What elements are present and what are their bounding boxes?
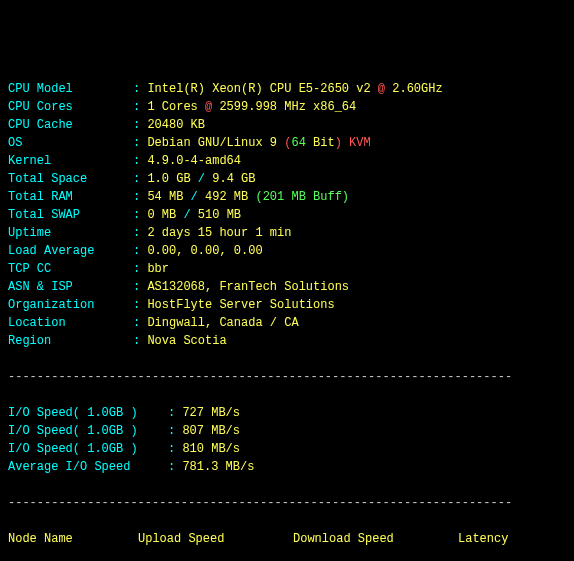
io-row: I/O Speed( 1.0GB ): 807 MB/s	[8, 422, 566, 440]
sysinfo-label: TCP CC	[8, 260, 133, 278]
cpu-cache: 20480 KB	[147, 118, 205, 132]
io-label: I/O Speed( 1.0GB )	[8, 422, 168, 440]
total-space: 1.0 GB / 9.4 GB	[147, 172, 255, 186]
sysinfo-label: Organization	[8, 296, 133, 314]
io-row: I/O Speed( 1.0GB ): 810 MB/s	[8, 440, 566, 458]
sysinfo-row: CPU Cache: 20480 KB	[8, 116, 566, 134]
sysinfo-row: Kernel: 4.9.0-4-amd64	[8, 152, 566, 170]
location: Dingwall, Canada / CA	[147, 316, 298, 330]
header-download: Download Speed	[293, 530, 458, 548]
io-label: I/O Speed( 1.0GB )	[8, 440, 168, 458]
io-label: Average I/O Speed	[8, 458, 168, 476]
asn-isp: AS132068, FranTech Solutions	[147, 280, 349, 294]
total-swap: 0 MB / 510 MB	[147, 208, 241, 222]
divider: ----------------------------------------…	[8, 368, 566, 386]
io-value: 727 MB/s	[182, 406, 240, 420]
sysinfo-row: CPU Cores: 1 Cores @ 2599.998 MHz x86_64	[8, 98, 566, 116]
cpu-model: Intel(R) Xeon(R) CPU E5-2650 v2 @ 2.60GH…	[147, 82, 442, 96]
sysinfo-row: Organization: HostFlyte Server Solutions	[8, 296, 566, 314]
sysinfo-label: OS	[8, 134, 133, 152]
sysinfo-label: Region	[8, 332, 133, 350]
sysinfo-label: ASN & ISP	[8, 278, 133, 296]
io-speed-block: I/O Speed( 1.0GB ): 727 MB/sI/O Speed( 1…	[8, 404, 566, 476]
sysinfo-row: Uptime: 2 days 15 hour 1 min	[8, 224, 566, 242]
sysinfo-row: OS: Debian GNU/Linux 9 (64 Bit) KVM	[8, 134, 566, 152]
io-value: 781.3 MB/s	[182, 460, 254, 474]
sysinfo-row: Total RAM: 54 MB / 492 MB (201 MB Buff)	[8, 188, 566, 206]
uptime: 2 days 15 hour 1 min	[147, 226, 291, 240]
region: Nova Scotia	[147, 334, 226, 348]
total-ram: 54 MB / 492 MB (201 MB Buff)	[147, 190, 349, 204]
sysinfo-label: Kernel	[8, 152, 133, 170]
sysinfo-row: Location: Dingwall, Canada / CA	[8, 314, 566, 332]
io-value: 807 MB/s	[182, 424, 240, 438]
sysinfo-label: Total Space	[8, 170, 133, 188]
sysinfo-row: CPU Model: Intel(R) Xeon(R) CPU E5-2650 …	[8, 80, 566, 98]
header-latency: Latency	[458, 530, 508, 548]
header-node: Node Name	[8, 530, 138, 548]
sysinfo-label: CPU Cache	[8, 116, 133, 134]
sysinfo-label: Total SWAP	[8, 206, 133, 224]
cpu-cores: 1 Cores @ 2599.998 MHz x86_64	[147, 100, 356, 114]
sysinfo-label: Load Average	[8, 242, 133, 260]
load-average: 0.00, 0.00, 0.00	[147, 244, 262, 258]
sysinfo-row: Region: Nova Scotia	[8, 332, 566, 350]
sysinfo-label: CPU Model	[8, 80, 133, 98]
io-label: I/O Speed( 1.0GB )	[8, 404, 168, 422]
io-row: Average I/O Speed: 781.3 MB/s	[8, 458, 566, 476]
sysinfo-label: Total RAM	[8, 188, 133, 206]
organization: HostFlyte Server Solutions	[147, 298, 334, 312]
header-upload: Upload Speed	[138, 530, 293, 548]
system-info-block: CPU Model: Intel(R) Xeon(R) CPU E5-2650 …	[8, 80, 566, 350]
kernel: 4.9.0-4-amd64	[147, 154, 241, 168]
io-row: I/O Speed( 1.0GB ): 727 MB/s	[8, 404, 566, 422]
sysinfo-label: Location	[8, 314, 133, 332]
sysinfo-label: CPU Cores	[8, 98, 133, 116]
os: Debian GNU/Linux 9 (64 Bit) KVM	[147, 136, 370, 150]
divider: ----------------------------------------…	[8, 494, 566, 512]
sysinfo-row: TCP CC: bbr	[8, 260, 566, 278]
sysinfo-row: Load Average: 0.00, 0.00, 0.00	[8, 242, 566, 260]
sysinfo-row: Total Space: 1.0 GB / 9.4 GB	[8, 170, 566, 188]
io-value: 810 MB/s	[182, 442, 240, 456]
sysinfo-row: Total SWAP: 0 MB / 510 MB	[8, 206, 566, 224]
sysinfo-label: Uptime	[8, 224, 133, 242]
speedtest-header-row: Node NameUpload SpeedDownload SpeedLaten…	[8, 530, 566, 548]
sysinfo-row: ASN & ISP: AS132068, FranTech Solutions	[8, 278, 566, 296]
tcp-cc: bbr	[147, 262, 169, 276]
